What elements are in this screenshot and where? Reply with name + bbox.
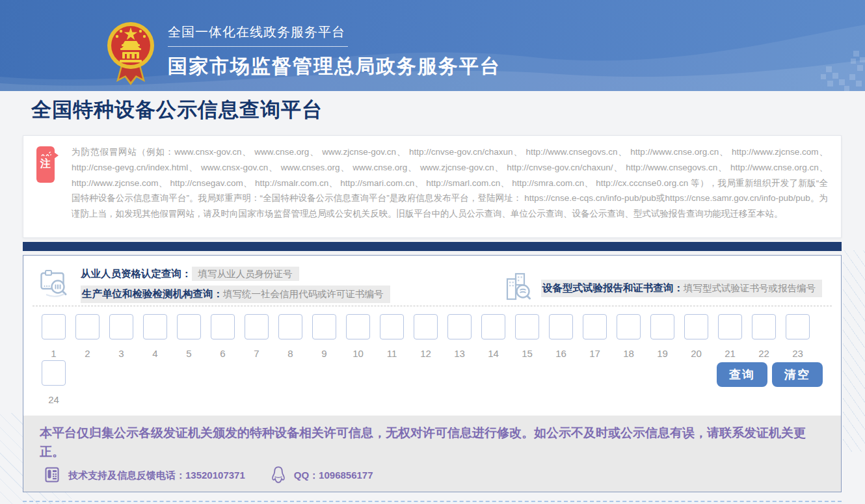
code-cell-number-17: 17	[583, 348, 607, 360]
code-input-21[interactable]	[718, 314, 742, 339]
code-cell-2: 2	[75, 314, 100, 360]
code-cell-number-9: 9	[312, 348, 336, 360]
code-input-19[interactable]	[650, 314, 674, 339]
code-cell-number-15: 15	[515, 348, 539, 360]
query-panel: 从业人员资格认定查询：填写从业人员身份证号 生产单位和检验检测机构查询：填写统一…	[23, 255, 842, 492]
code-input-17[interactable]	[583, 314, 607, 339]
navy-divider-bar	[23, 242, 842, 251]
code-input-14[interactable]	[481, 314, 505, 339]
code-cell-16: 16	[549, 314, 573, 360]
code-input-6[interactable]	[211, 314, 235, 339]
code-input-5[interactable]	[177, 314, 201, 339]
qq-contact: QQ：1096856177	[294, 470, 373, 482]
smile-face-icon	[40, 151, 51, 157]
building-search-icon	[506, 272, 532, 304]
code-cell-row-1: 1234567891011121314151617181920212223	[42, 314, 810, 360]
code-cell-row-2: 24	[42, 360, 66, 406]
device-query-hint: 填写型式试验证书号或报告编号	[684, 283, 816, 293]
qq-icon	[271, 466, 286, 485]
code-cell-23: 23	[786, 314, 810, 360]
code-input-24[interactable]	[42, 360, 66, 386]
person-unit-query-group: 从业人员资格认定查询：填写从业人员身份证号 生产单位和检验检测机构查询：填写统一…	[40, 267, 390, 308]
code-cell-9: 9	[312, 314, 336, 360]
code-cell-5: 5	[177, 314, 201, 360]
code-input-13[interactable]	[447, 314, 472, 339]
code-input-3[interactable]	[109, 314, 133, 339]
code-input-20[interactable]	[684, 314, 708, 339]
clear-button[interactable]: 清空	[772, 362, 823, 387]
code-input-2[interactable]	[75, 314, 100, 339]
platform-title: 国家市场监督管理总局政务服务平台	[168, 53, 501, 80]
support-phone: 技术支持及信息反馈电话：13520107371	[68, 470, 245, 482]
code-cell-15: 15	[515, 314, 539, 360]
code-cell-17: 17	[583, 314, 607, 360]
code-cell-12: 12	[414, 314, 438, 360]
code-cell-number-10: 10	[346, 348, 370, 360]
code-cell-number-16: 16	[549, 348, 573, 360]
header-pixel-decoration	[813, 49, 865, 91]
header-titles: 全国一体化在线政务服务平台 国家市场监督管理总局政务服务平台	[168, 22, 501, 80]
code-input-23[interactable]	[786, 314, 810, 339]
code-input-9[interactable]	[312, 314, 336, 339]
code-cell-number-8: 8	[278, 348, 302, 360]
code-input-16[interactable]	[549, 314, 573, 339]
site-header: 全国一体化在线政务服务平台 国家市场监督管理总局政务服务平台	[0, 0, 865, 91]
unit-query-row: 生产单位和检验检测机构查询：填写统一社会信用代码或许可证书编号	[81, 285, 390, 303]
code-input-15[interactable]	[515, 314, 539, 339]
code-cell-13: 13	[447, 314, 472, 360]
code-input-1[interactable]	[42, 314, 66, 339]
code-cell-19: 19	[650, 314, 674, 360]
code-cell-number-4: 4	[143, 348, 167, 360]
notice-badge-label: 注	[36, 157, 55, 171]
support-phone-label: 技术支持及信息反馈电话：	[68, 470, 185, 481]
search-button[interactable]: 查询	[717, 362, 767, 387]
contact-row: 技术支持及信息反馈电话：13520107371 QQ：1096856177	[23, 466, 841, 485]
code-cell-14: 14	[481, 314, 505, 360]
code-cell-number-6: 6	[211, 348, 235, 360]
code-cell-8: 8	[278, 314, 302, 360]
page-title: 全国特种设备公示信息查询平台	[31, 96, 323, 124]
code-cell-20: 20	[684, 314, 708, 360]
code-cell-11: 11	[380, 314, 404, 360]
code-cell-number-11: 11	[380, 348, 404, 360]
person-query-row: 从业人员资格认定查询：填写从业人员身份证号	[81, 267, 390, 281]
id-card-search-icon	[40, 269, 72, 308]
code-input-22[interactable]	[752, 314, 776, 339]
person-query-label: 从业人员资格认定查询：	[81, 268, 192, 279]
panel-footer: 本平台仅归集公示各级发证机关颁发的特种设备相关许可信息，无权对许可信息进行修改。…	[23, 416, 841, 492]
device-query-group: 设备型式试验报告和证书查询：填写型式试验证书号或报告编号	[506, 272, 822, 304]
code-input-4[interactable]	[143, 314, 167, 339]
code-cell-number-3: 3	[109, 348, 133, 360]
code-input-12[interactable]	[414, 314, 438, 339]
phone-icon	[44, 467, 60, 484]
action-buttons: 查询 清空	[717, 362, 823, 387]
code-cell-number-5: 5	[177, 348, 201, 360]
support-phone-number: 13520107371	[185, 470, 245, 481]
code-cell-number-21: 21	[718, 348, 742, 360]
notice-badge: 注	[36, 146, 55, 183]
code-input-7[interactable]	[245, 314, 269, 339]
bottom-dashed-line	[23, 501, 842, 502]
code-input-11[interactable]	[380, 314, 404, 339]
unit-query-hint: 填写统一社会信用代码或许可证书编号	[223, 289, 384, 299]
code-cell-number-23: 23	[786, 348, 810, 360]
notice-text: 为防范假冒网站（例如：www.cnsx-gov.cn、 www.cnse.org…	[72, 144, 828, 222]
code-cell-number-13: 13	[447, 348, 472, 360]
code-cell-number-14: 14	[481, 348, 505, 360]
code-input-10[interactable]	[346, 314, 370, 339]
badge-pointer	[54, 152, 59, 159]
code-cell-number-12: 12	[414, 348, 438, 360]
code-input-18[interactable]	[617, 314, 641, 339]
national-emblem	[107, 18, 155, 91]
code-cell-number-24: 24	[42, 394, 66, 406]
code-cell-1: 1	[42, 314, 66, 360]
code-cell-number-1: 1	[42, 348, 66, 360]
code-cell-7: 7	[245, 314, 269, 360]
qq-number: 1096856177	[319, 470, 373, 481]
background-hatch-right	[843, 250, 865, 452]
code-cell-number-19: 19	[650, 348, 674, 360]
code-input-8[interactable]	[278, 314, 302, 339]
anti-fake-notice-card: 注 为防范假冒网站（例如：www.cnsx-gov.cn、 www.cnse.o…	[23, 135, 842, 238]
code-cell-number-18: 18	[617, 348, 641, 360]
platform-subtitle: 全国一体化在线政务服务平台	[168, 22, 348, 47]
